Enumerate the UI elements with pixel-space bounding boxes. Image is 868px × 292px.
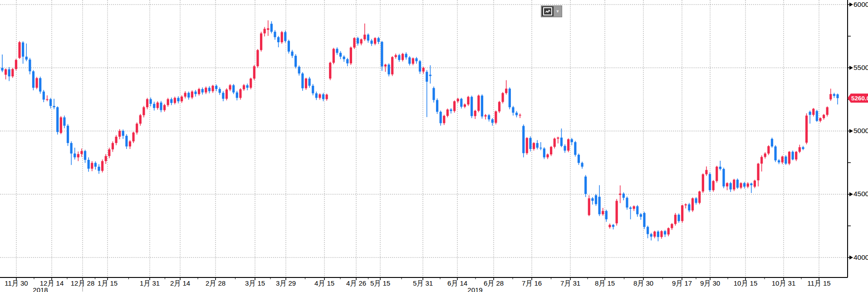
x-axis-label: 11月 30 [5, 279, 28, 287]
candle [343, 55, 345, 62]
x-axis-label: 11月 15 [807, 279, 830, 287]
candle [98, 164, 100, 173]
candle [419, 60, 421, 74]
candle [353, 37, 355, 49]
line-chart-icon [542, 6, 554, 16]
candle [757, 163, 759, 187]
candle [526, 137, 528, 155]
candle [260, 32, 262, 52]
candle [823, 114, 825, 120]
y-axis-label: 5000 [853, 127, 868, 134]
candle [529, 136, 531, 151]
candle [829, 89, 832, 101]
candle [453, 100, 456, 113]
candle [77, 152, 79, 161]
candle [674, 213, 677, 226]
candle [74, 148, 76, 159]
candle [32, 70, 34, 90]
candle [691, 198, 694, 212]
candle [108, 148, 110, 158]
candle [243, 84, 245, 91]
x-axis-label: 10月 31 [772, 279, 796, 287]
candle [633, 205, 635, 211]
candle [719, 161, 721, 170]
candle [232, 84, 235, 94]
candle [819, 117, 821, 122]
candle [750, 183, 752, 193]
candle [346, 58, 348, 66]
candle [11, 68, 14, 78]
candle [84, 150, 86, 163]
candle [363, 24, 366, 41]
candle [5, 69, 7, 79]
candle [22, 41, 24, 64]
candle [702, 173, 704, 193]
y-axis-tick-arrow-icon [849, 256, 853, 260]
candle [467, 96, 469, 106]
candle [374, 37, 376, 45]
y-axis-label: 4500 [853, 190, 868, 198]
candle [339, 51, 342, 59]
candlestick-chart[interactable]: 6000550050004500400011月 3012月 1412月 281月… [0, 0, 868, 292]
candle [333, 48, 335, 64]
candle [574, 141, 576, 157]
candle [391, 56, 393, 76]
candle [722, 168, 725, 188]
candle [550, 146, 552, 156]
candle [167, 98, 169, 107]
candle [163, 104, 166, 112]
candle [25, 44, 28, 61]
candle [643, 212, 645, 229]
candle [177, 96, 179, 104]
candle [142, 106, 145, 117]
x-axis-label: 5月 31 [413, 279, 433, 287]
y-axis-label: 6000 [853, 0, 868, 8]
candle [743, 182, 745, 188]
candle [198, 88, 200, 95]
candle [288, 40, 290, 54]
candle [308, 77, 310, 88]
candle [8, 67, 10, 81]
candle [236, 91, 238, 100]
candle [764, 152, 766, 158]
candle [619, 185, 621, 203]
candle [522, 124, 525, 157]
candle [46, 95, 48, 101]
candle [698, 191, 701, 204]
candle [564, 144, 566, 153]
candle [616, 199, 618, 225]
candle [709, 173, 711, 192]
candle [319, 94, 321, 100]
y-axis-tick-arrow-icon [849, 129, 853, 133]
candle [53, 99, 55, 109]
candle [608, 223, 611, 228]
candle [588, 195, 590, 216]
x-axis-label: 8月 30 [633, 279, 653, 287]
candle [264, 27, 266, 37]
candle [543, 147, 545, 159]
candle [512, 106, 514, 115]
candle [826, 106, 829, 116]
candle [422, 67, 425, 74]
candle [201, 87, 204, 94]
candle [584, 175, 587, 197]
candle [736, 178, 739, 189]
candle [578, 153, 580, 165]
candle [277, 36, 280, 47]
candle [267, 20, 269, 36]
candle [181, 95, 183, 103]
candle [653, 231, 656, 238]
chart-type-button[interactable]: ▼ [541, 5, 562, 17]
candle [495, 110, 497, 124]
candle [802, 146, 804, 150]
candle [153, 102, 155, 110]
candle [136, 123, 138, 135]
candle [539, 142, 542, 150]
candle [567, 139, 569, 153]
candle [184, 91, 186, 99]
candle [208, 86, 211, 94]
candle [129, 140, 131, 149]
candle [554, 138, 556, 148]
candle [805, 114, 808, 144]
candle [378, 37, 380, 44]
